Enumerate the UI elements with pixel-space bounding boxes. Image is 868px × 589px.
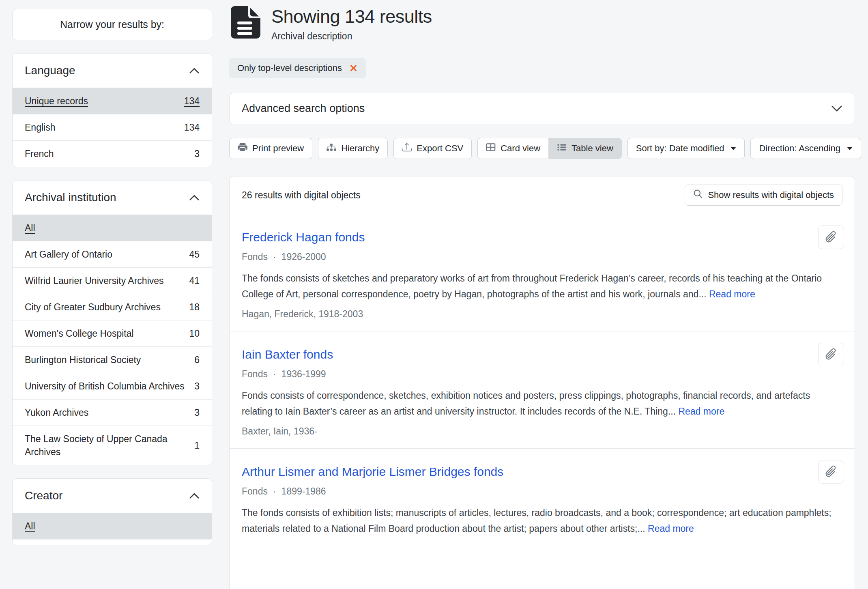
facet-sidebar: Narrow your results by: Language Unique … xyxy=(12,9,212,545)
facet-row-law-society[interactable]: The Law Society of Upper Canada Archives… xyxy=(13,426,212,465)
export-csv-label: Export CSV xyxy=(417,143,463,154)
facet-language: Language Unique records 134 English 134 … xyxy=(12,53,212,167)
facet-count: 45 xyxy=(189,248,200,261)
facet-row-yukon-archives[interactable]: Yukon Archives 3 xyxy=(13,399,212,426)
facet-row-wilfrid-laurier[interactable]: Wilfrid Laurier University Archives 41 xyxy=(13,267,212,294)
facet-count: 3 xyxy=(194,380,200,393)
result-meta: Fonds · 1899-1986 xyxy=(242,486,842,497)
result-description: The fonds consists of exhibition lists; … xyxy=(242,505,842,537)
facet-title: Archival institution xyxy=(25,191,116,204)
read-more-link[interactable]: Read more xyxy=(678,406,724,417)
facet-count: 1 xyxy=(194,439,200,452)
facet-row-art-gallery-of-ontario[interactable]: Art Gallery of Ontario 45 xyxy=(13,241,212,267)
remove-filter-icon[interactable]: ✕ xyxy=(349,64,358,73)
meta-dot: · xyxy=(273,369,276,380)
read-more-link[interactable]: Read more xyxy=(709,289,755,299)
page-title: Showing 134 results xyxy=(271,6,432,28)
meta-dot: · xyxy=(273,252,276,262)
export-icon xyxy=(402,142,412,155)
digital-objects-count: 26 results with digital objects xyxy=(242,190,361,201)
direction-dropdown[interactable]: Direction: Ascending xyxy=(750,138,861,159)
facet-language-header[interactable]: Language xyxy=(13,54,212,88)
paperclip-icon xyxy=(824,230,838,245)
result-item: Arthur Lismer and Marjorie Lismer Bridge… xyxy=(230,448,855,548)
result-meta: Fonds · 1926-2000 xyxy=(242,252,842,262)
show-digital-objects-label: Show results with digital objects xyxy=(708,190,834,200)
facet-row-english[interactable]: English 134 xyxy=(13,114,212,140)
facet-archival-institution-header[interactable]: Archival institution xyxy=(13,181,212,215)
advanced-search-toggle[interactable]: Advanced search options xyxy=(229,93,855,124)
facet-label: French xyxy=(25,147,54,160)
facet-label: English xyxy=(25,121,55,134)
facet-count: 10 xyxy=(189,327,200,340)
facet-label: Yukon Archives xyxy=(25,406,88,419)
caret-down-icon xyxy=(847,147,853,150)
facet-count: 18 xyxy=(189,301,200,314)
printer-icon xyxy=(238,142,247,155)
facet-creator: Creator All xyxy=(12,478,212,545)
result-creator: Baxter, Iain, 1936- xyxy=(242,426,842,437)
view-toggle-group: Card view Table view xyxy=(477,138,622,159)
facet-count: 3 xyxy=(194,147,200,160)
facet-label: Unique records xyxy=(25,95,88,107)
facet-label: University of British Columbia Archives xyxy=(25,380,185,393)
facet-row-french[interactable]: French 3 xyxy=(13,140,212,167)
card-view-button[interactable]: Card view xyxy=(477,138,548,159)
meta-dot: · xyxy=(273,486,276,497)
facet-row-burlington-historical[interactable]: Burlington Historical Society 6 xyxy=(13,346,212,373)
hierarchy-button[interactable]: Hierarchy xyxy=(318,138,388,159)
result-description-text: Fonds consists of correspondence, sketch… xyxy=(242,390,810,417)
result-item: Frederick Hagan fonds Fonds · 1926-2000 … xyxy=(230,214,855,331)
page-header-text: Showing 134 results Archival description xyxy=(271,6,432,42)
print-preview-button[interactable]: Print preview xyxy=(229,138,312,159)
search-icon xyxy=(693,189,703,201)
paperclip-button[interactable] xyxy=(818,226,844,249)
facet-row-all[interactable]: All xyxy=(13,513,212,539)
result-dates: 1899-1986 xyxy=(281,486,326,497)
result-dates: 1926-2000 xyxy=(281,252,326,262)
page-header: Showing 134 results Archival description xyxy=(229,6,855,42)
result-title-link[interactable]: Frederick Hagan fonds xyxy=(242,230,365,244)
results-toolbar: Print preview Hierarchy Export CSV Card … xyxy=(229,138,855,159)
page-subtitle: Archival description xyxy=(271,31,432,42)
facet-row-partial xyxy=(13,539,212,545)
result-level: Fonds xyxy=(242,369,268,380)
read-more-link[interactable]: Read more xyxy=(648,523,694,534)
paperclip-icon xyxy=(824,347,838,362)
result-description: The fonds consists of sketches and prepa… xyxy=(242,271,842,302)
result-description: Fonds consists of correspondence, sketch… xyxy=(242,388,842,419)
card-view-icon xyxy=(486,142,496,155)
result-description-text: The fonds consists of exhibition lists; … xyxy=(242,507,831,534)
facet-label: Art Gallery of Ontario xyxy=(25,248,112,261)
table-view-button[interactable]: Table view xyxy=(548,138,622,159)
table-view-icon xyxy=(557,142,567,155)
facet-row-womens-college-hospital[interactable]: Women's College Hospital 10 xyxy=(13,320,212,346)
facet-count: 3 xyxy=(194,406,200,419)
result-title-link[interactable]: Iain Baxter fonds xyxy=(242,348,333,361)
facet-label: Wilfrid Laurier University Archives xyxy=(25,274,164,287)
chevron-down-icon xyxy=(831,105,842,112)
paperclip-button[interactable] xyxy=(818,343,844,366)
result-level: Fonds xyxy=(242,486,268,497)
facet-label: All xyxy=(25,520,35,533)
result-title-link[interactable]: Arthur Lismer and Marjorie Lismer Bridge… xyxy=(242,465,503,479)
chevron-up-icon xyxy=(189,492,200,499)
hierarchy-icon xyxy=(327,142,336,155)
paperclip-button[interactable] xyxy=(818,460,844,484)
facet-label: Burlington Historical Society xyxy=(25,353,141,366)
facet-label: City of Greater Sudbury Archives xyxy=(25,301,161,314)
result-level: Fonds xyxy=(242,252,268,262)
facet-creator-header[interactable]: Creator xyxy=(13,479,212,513)
print-preview-label: Print preview xyxy=(252,143,304,154)
show-digital-objects-button[interactable]: Show results with digital objects xyxy=(685,185,842,206)
facet-row-greater-sudbury[interactable]: City of Greater Sudbury Archives 18 xyxy=(13,294,212,320)
facet-row-ubc-archives[interactable]: University of British Columbia Archives … xyxy=(13,373,212,399)
facet-archival-institution: Archival institution All Art Gallery of … xyxy=(12,180,212,465)
facet-row-all[interactable]: All xyxy=(13,215,212,241)
table-view-label: Table view xyxy=(572,143,613,154)
filter-tag-top-level: Only top-level descriptions ✕ xyxy=(229,58,366,78)
export-csv-button[interactable]: Export CSV xyxy=(393,138,472,159)
facet-row-unique-records[interactable]: Unique records 134 xyxy=(13,88,212,114)
chevron-up-icon xyxy=(189,67,200,74)
sort-by-dropdown[interactable]: Sort by: Date modified xyxy=(627,138,745,159)
